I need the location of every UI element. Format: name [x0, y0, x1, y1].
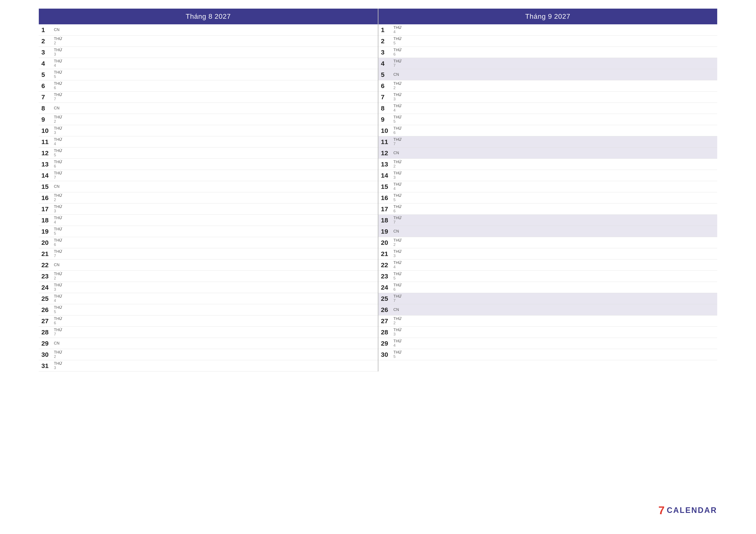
week-number: 7 — [54, 254, 62, 258]
day-name: THỨ — [393, 138, 402, 142]
week-number: 3 — [54, 288, 62, 292]
day-number: 18 — [41, 217, 52, 223]
day-number: 17 — [381, 206, 392, 212]
day-info: CN — [54, 106, 60, 111]
day-info: THỨ7 — [54, 93, 62, 101]
month-header-august: Tháng 8 2027 — [39, 9, 378, 24]
day-row: 13THỨ2 — [378, 159, 717, 170]
day-number: 1 — [41, 27, 52, 33]
day-number: 2 — [381, 38, 392, 44]
day-number: 22 — [41, 262, 52, 268]
day-name: THỨ — [54, 93, 62, 97]
day-number: 27 — [41, 318, 52, 324]
day-row: 2THỨ2 — [39, 36, 378, 47]
week-number: 6 — [54, 243, 62, 247]
day-name: THỨ — [393, 328, 402, 332]
day-row: 7THỨ3 — [378, 91, 717, 103]
day-info: THỨ5 — [54, 306, 62, 314]
month-header-september: Tháng 9 2027 — [378, 9, 717, 24]
week-number: 2 — [393, 164, 402, 168]
day-number: 24 — [381, 284, 392, 291]
day-row: 26THỨ5 — [39, 304, 378, 316]
week-number: 7 — [393, 220, 402, 225]
day-info: THỨ6 — [54, 317, 62, 325]
day-name: THỨ — [54, 362, 62, 366]
week-number: 7 — [393, 142, 402, 146]
day-row: 23THỨ2 — [39, 271, 378, 282]
day-info: THỨ3 — [393, 328, 402, 337]
day-number: 3 — [381, 49, 392, 56]
day-row: 30THỨ2 — [39, 349, 378, 360]
day-name: THỨ — [393, 26, 402, 30]
day-row: 17THỨ3 — [39, 203, 378, 215]
week-number: 4 — [393, 30, 402, 34]
day-name: THỨ — [393, 317, 402, 321]
day-row: 1THỨ4 — [378, 24, 717, 36]
day-info: THỨ2 — [393, 160, 402, 168]
day-row: 25THỨ4 — [39, 293, 378, 304]
day-name: CN — [54, 185, 60, 189]
day-row: 14THỨ3 — [378, 170, 717, 181]
day-info: THỨ7 — [393, 138, 402, 146]
day-row: 16THỨ2 — [39, 192, 378, 203]
day-number: 11 — [41, 139, 52, 145]
day-name: THỨ — [393, 193, 402, 198]
day-info: THỨ7 — [54, 328, 62, 337]
day-name: THỨ — [54, 294, 62, 299]
day-number: 15 — [381, 184, 392, 190]
week-number: 6 — [54, 321, 62, 325]
brand-text: CALENDAR — [667, 506, 717, 515]
day-name: THỨ — [54, 171, 62, 175]
day-row: 12THỨ5 — [39, 147, 378, 159]
day-info: CN — [393, 308, 399, 312]
day-number: 15 — [41, 184, 52, 190]
day-row: 20THỨ6 — [39, 237, 378, 248]
day-number: 19 — [381, 228, 392, 235]
day-info: THỨ5 — [54, 227, 62, 236]
day-name: CN — [54, 341, 60, 345]
day-info: THỨ6 — [54, 238, 62, 247]
day-info: THỨ4 — [393, 182, 402, 191]
day-name: THỨ — [54, 70, 62, 75]
day-name: THỨ — [54, 59, 62, 64]
day-name: THỨ — [393, 37, 402, 41]
day-row: 26CN — [378, 304, 717, 316]
day-row: 16THỨ5 — [378, 192, 717, 203]
day-name: THỨ — [54, 317, 62, 321]
day-info: THỨ6 — [393, 205, 402, 214]
day-name: CN — [393, 308, 399, 312]
day-info: CN — [54, 263, 60, 267]
day-number: 30 — [381, 351, 392, 358]
week-number: 3 — [54, 366, 62, 370]
day-info: THỨ5 — [393, 272, 402, 281]
week-number: 5 — [393, 276, 402, 281]
day-name: CN — [393, 151, 399, 155]
day-row: 18THỨ4 — [39, 215, 378, 226]
day-info: THỨ3 — [393, 249, 402, 258]
week-number: 2 — [54, 41, 62, 45]
day-info: THỨ3 — [54, 205, 62, 214]
week-number: 4 — [54, 220, 62, 225]
day-info: THỨ5 — [54, 149, 62, 157]
day-number: 10 — [381, 127, 392, 134]
day-name: THỨ — [393, 238, 402, 243]
day-name: THỨ — [393, 82, 402, 86]
week-number: 3 — [54, 209, 62, 214]
day-row: 9THỨ2 — [39, 114, 378, 125]
day-name: THỨ — [54, 149, 62, 153]
month-september: Tháng 9 2027 1THỨ42THỨ53THỨ64THỨ75CN6THỨ… — [378, 9, 717, 371]
day-info: THỨ3 — [54, 126, 62, 135]
day-info: THỨ7 — [54, 249, 62, 258]
week-number: 2 — [393, 243, 402, 247]
day-name: THỨ — [54, 306, 62, 310]
week-number: 6 — [393, 131, 402, 135]
day-name: THỨ — [54, 193, 62, 198]
day-number: 28 — [381, 329, 392, 336]
week-number: 6 — [54, 86, 62, 90]
day-number: 24 — [41, 284, 52, 291]
day-row: 28THỨ7 — [39, 327, 378, 338]
day-row: 1CN — [39, 24, 378, 36]
day-number: 13 — [41, 161, 52, 167]
day-name: THỨ — [54, 350, 62, 355]
day-number: 23 — [381, 273, 392, 279]
